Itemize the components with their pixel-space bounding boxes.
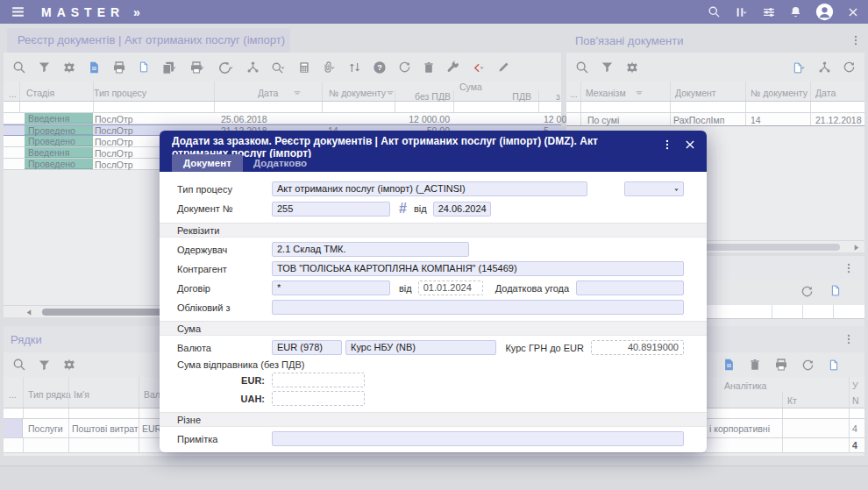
back-button[interactable] <box>472 60 486 75</box>
column-with-vat[interactable]: з <box>556 91 560 102</box>
blank-document-icon[interactable] <box>828 359 840 372</box>
row-selector-cell[interactable] <box>4 419 23 437</box>
column-line-type[interactable]: Тип рядка <box>28 389 71 400</box>
column-doc-num[interactable]: № документу <box>329 88 386 98</box>
transitions-icon[interactable] <box>246 60 260 74</box>
column-name[interactable]: Ім'я <box>74 389 89 400</box>
settings-gear-icon[interactable] <box>625 60 639 75</box>
column-date[interactable]: Дата <box>258 88 278 98</box>
close-icon[interactable] <box>847 6 859 18</box>
column-kt[interactable]: Кт <box>787 395 797 406</box>
process-type-select[interactable] <box>624 181 684 196</box>
related-filter-row[interactable] <box>566 102 864 113</box>
numbering-hash-icon[interactable]: # <box>399 201 407 217</box>
sliders-icon[interactable] <box>762 5 776 19</box>
table-row[interactable]: По сумі РахПослІмп 14 21.12.2018 <box>566 113 864 126</box>
doc-number-input[interactable]: 255 <box>272 202 390 217</box>
kebab-menu-icon[interactable] <box>850 33 862 47</box>
new-related-doc-button[interactable] <box>792 60 807 75</box>
search-icon[interactable] <box>12 358 26 372</box>
column-stage[interactable]: Стадія <box>26 88 54 98</box>
copy-documents-button[interactable] <box>161 59 178 75</box>
column-doc-num[interactable]: № документу <box>751 88 808 98</box>
import-export-icon[interactable] <box>348 60 361 75</box>
process-sync-button[interactable] <box>217 59 235 75</box>
uah-sum-input[interactable] <box>272 391 365 406</box>
column-vat[interactable]: ПДВ <box>512 91 531 102</box>
kebab-menu-icon[interactable] <box>661 138 673 152</box>
doc-date-input[interactable]: 24.06.2024 <box>433 202 491 217</box>
sort-icon[interactable] <box>293 89 302 97</box>
sender-sum-label: Сума відправника (без ПДВ) <box>177 359 304 370</box>
tab-document[interactable]: Документ <box>172 154 243 172</box>
column-document[interactable]: Документ <box>675 88 716 98</box>
table-row[interactable]: Введення ПослОтр 25.06.2018 12 000.00 12… <box>4 113 561 124</box>
sort-icon[interactable] <box>386 89 395 97</box>
search-icon[interactable] <box>12 60 26 75</box>
accounting-from-input[interactable] <box>272 300 684 315</box>
section-misc: Різне <box>160 412 707 427</box>
kebab-menu-icon[interactable] <box>843 261 855 275</box>
column-process[interactable]: Тип процесу <box>94 88 146 98</box>
column-no-vat[interactable]: без ПДВ <box>415 91 451 102</box>
tools-wrench-icon[interactable] <box>446 60 460 75</box>
registry-filter-row[interactable] <box>4 102 561 113</box>
filter-icon[interactable] <box>601 60 614 74</box>
new-document-icon[interactable] <box>829 284 842 297</box>
rate-type-input[interactable]: Курс НБУ (NB) <box>345 340 496 355</box>
new-document-icon[interactable] <box>88 60 101 75</box>
sort-icon[interactable] <box>635 89 644 97</box>
help-icon[interactable] <box>373 60 387 75</box>
status-badge: Проведено <box>25 136 93 146</box>
settings-gear-icon[interactable] <box>62 358 76 372</box>
section-requisites: Реквізити <box>160 223 707 238</box>
kebab-menu-icon[interactable] <box>843 332 855 346</box>
process-type-input[interactable]: Акт отриманих послуг (імпорт) (_ACTINSI) <box>272 181 587 196</box>
dots-column-header: ... <box>570 89 578 99</box>
refresh-icon[interactable] <box>801 359 815 372</box>
user-avatar[interactable] <box>815 3 834 21</box>
blank-document-icon[interactable] <box>138 60 150 74</box>
from-label: від <box>414 203 427 214</box>
close-icon[interactable] <box>684 138 696 151</box>
refresh-icon[interactable] <box>843 60 856 74</box>
rate-value-input[interactable]: 40.8919000 <box>591 340 684 355</box>
scroll-right-icon[interactable] <box>851 243 861 252</box>
pause-button[interactable] <box>734 4 749 20</box>
attachments-button[interactable] <box>322 60 337 75</box>
refresh-icon[interactable] <box>800 285 814 298</box>
contractor-input[interactable]: ТОВ "ПОЛІСЬКА КАРТОПЛЯНА КОМПАНІЯ" (1454… <box>272 261 684 276</box>
print-icon[interactable] <box>774 358 788 372</box>
registry-title-tab[interactable]: Реєстр документів | Акт отриманих послуг… <box>7 28 290 53</box>
addendum-input[interactable] <box>576 281 684 295</box>
search-icon[interactable] <box>575 60 589 75</box>
contract-date-input[interactable]: 01.01.2024 <box>418 281 483 295</box>
filter-icon[interactable] <box>38 60 51 74</box>
transitions-icon[interactable] <box>818 60 831 74</box>
settings-gear-icon[interactable] <box>62 60 76 75</box>
column-mechanism[interactable]: Механізм <box>586 88 626 98</box>
new-line-icon[interactable] <box>722 358 736 372</box>
scroll-left-icon[interactable] <box>25 308 34 317</box>
menu-icon[interactable] <box>11 4 25 19</box>
contract-input[interactable]: * <box>272 281 390 295</box>
calculator-icon[interactable] <box>298 60 310 75</box>
eur-sum-input[interactable] <box>272 373 365 387</box>
status-bar <box>0 465 868 490</box>
column-date[interactable]: Дата <box>815 88 836 98</box>
currency-input[interactable]: EUR (978) <box>272 340 342 355</box>
view-search-button[interactable] <box>271 60 287 75</box>
search-icon[interactable] <box>708 5 721 18</box>
edit-pencil-icon[interactable] <box>497 60 510 74</box>
delete-icon[interactable] <box>749 358 761 372</box>
print-group-button[interactable] <box>189 60 206 75</box>
tab-additional[interactable]: Додатково <box>242 154 318 172</box>
note-input[interactable] <box>272 431 684 446</box>
delete-icon[interactable] <box>423 60 435 75</box>
refresh-icon[interactable] <box>398 60 411 74</box>
filter-icon[interactable] <box>38 359 51 372</box>
receiver-input[interactable]: 2.1 Склад ТМК. <box>272 242 469 257</box>
bell-icon[interactable] <box>789 5 802 18</box>
print-icon[interactable] <box>112 60 126 75</box>
accounting-from-label: Обліковий з <box>177 302 272 313</box>
